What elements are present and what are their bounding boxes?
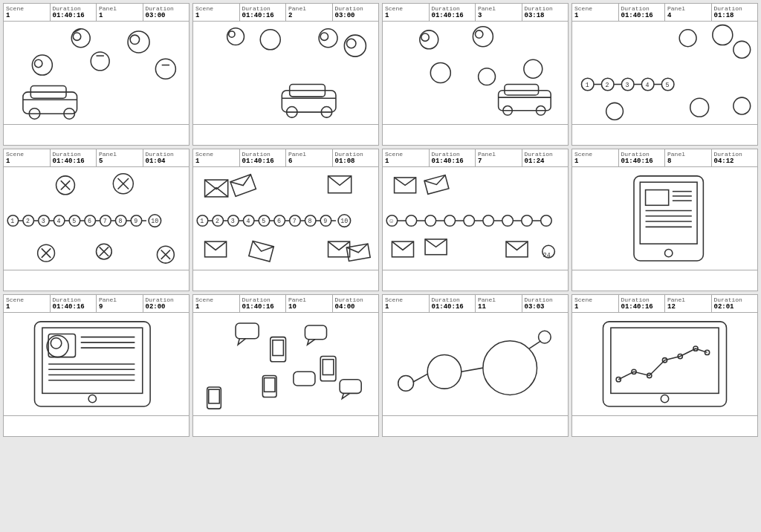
scene-value: 1 — [195, 12, 237, 19]
scene-duration-label: Duration — [242, 151, 284, 158]
scene-cell: Scene 1 — [4, 295, 51, 312]
scene-duration-value: 01:40:16 — [53, 158, 94, 165]
panel-number-value: 4 — [667, 12, 709, 19]
svg-text:8: 8 — [119, 218, 123, 224]
svg-rect-169 — [646, 189, 669, 205]
scene-duration-cell: Duration 01:40:16 — [619, 295, 666, 312]
panel-header-1: Scene 1 Duration 01:40:16 Panel 1 Durati… — [4, 4, 189, 22]
scene-duration-label: Duration — [621, 151, 663, 158]
panel-card-6[interactable]: Scene 1 Duration 01:40:16 Panel 6 Durati… — [192, 149, 379, 291]
panel-duration-label: Duration — [525, 5, 566, 12]
scene-duration-value: 01:40:16 — [432, 12, 473, 19]
panel-duration-cell: Duration 03:18 — [522, 4, 569, 21]
panel-header-2: Scene 1 Duration 01:40:16 Panel 2 Durati… — [193, 4, 378, 22]
panel-duration-value: 01:24 — [525, 158, 566, 165]
scene-label: Scene — [385, 5, 427, 12]
panel-notes-10[interactable] — [193, 415, 378, 436]
panel-duration-cell: Duration 01:24 — [522, 149, 569, 166]
panel-notes-11[interactable] — [383, 415, 568, 436]
panel-duration-label: Duration — [335, 296, 377, 303]
panel-card-4[interactable]: Scene 1 Duration 01:40:16 Panel 4 Durati… — [571, 3, 758, 146]
svg-text:3: 3 — [626, 82, 629, 88]
svg-point-20 — [320, 33, 328, 40]
panel-notes-8[interactable] — [572, 270, 757, 291]
svg-text:10: 10 — [151, 218, 158, 224]
scene-label: Scene — [195, 296, 237, 303]
svg-point-40 — [679, 30, 696, 47]
panel-card-5[interactable]: Scene 1 Duration 01:40:16 Panel 5 Durati… — [3, 149, 190, 291]
panel-duration-value: 03:00 — [146, 12, 187, 19]
scene-duration-cell: Duration 01:40:16 — [619, 4, 666, 21]
scene-duration-value: 01:40:16 — [432, 303, 473, 311]
panel-drawing-12 — [572, 313, 757, 415]
panel-card-12[interactable]: Scene 1 Duration 01:40:16 Panel 12 Durat… — [571, 294, 758, 437]
panel-duration-value: 03:03 — [525, 303, 566, 311]
panel-notes-7[interactable] — [383, 270, 568, 291]
panel-cell: Panel 2 — [286, 4, 333, 21]
svg-point-1 — [73, 33, 80, 40]
svg-point-59 — [734, 97, 751, 114]
panel-duration-value: 02:00 — [146, 303, 187, 311]
panel-label: Panel — [99, 296, 140, 303]
panel-label: Panel — [667, 5, 709, 12]
panel-number-value: 3 — [478, 12, 519, 19]
scene-duration-value: 01:40:16 — [621, 12, 663, 19]
svg-point-151 — [444, 215, 456, 227]
svg-point-6 — [35, 59, 42, 67]
scene-duration-value: 01:40:16 — [242, 303, 284, 311]
panel-notes-5[interactable] — [4, 270, 189, 291]
panel-number-value: 10 — [288, 303, 330, 311]
panel-card-11[interactable]: Scene 1 Duration 01:40:16 Panel 11 Durat… — [382, 294, 569, 437]
panel-duration-cell: Duration 04:12 — [712, 149, 758, 166]
panel-duration-cell: Duration 04:00 — [333, 295, 379, 312]
panel-header-6: Scene 1 Duration 01:40:16 Panel 6 Durati… — [193, 149, 378, 167]
panel-duration-value: 03:18 — [525, 12, 566, 19]
scene-value: 1 — [195, 303, 237, 311]
panel-notes-12[interactable] — [572, 415, 757, 436]
svg-text:9: 9 — [323, 218, 327, 224]
panel-cell: Panel 11 — [476, 295, 522, 312]
scene-duration-cell: Duration 01:40:16 — [619, 149, 666, 166]
svg-text:3: 3 — [231, 218, 235, 224]
panel-card-10[interactable]: Scene 1 Duration 01:40:16 Panel 10 Durat… — [192, 294, 379, 437]
svg-rect-35 — [499, 91, 551, 111]
scene-duration-value: 01:40:16 — [53, 303, 94, 311]
scene-label: Scene — [385, 296, 427, 303]
panel-number-value: 5 — [99, 158, 140, 165]
scene-label: Scene — [574, 151, 616, 158]
panel-notes-6[interactable] — [193, 270, 378, 291]
panel-label: Panel — [478, 296, 519, 303]
panel-card-1[interactable]: Scene 1 Duration 01:40:16 Panel 1 Durati… — [3, 3, 190, 146]
svg-text:4: 4 — [247, 218, 250, 224]
panel-header-11: Scene 1 Duration 01:40:16 Panel 11 Durat… — [383, 295, 568, 313]
scene-label: Scene — [195, 5, 237, 12]
panel-card-7[interactable]: Scene 1 Duration 01:40:16 Panel 7 Durati… — [382, 149, 569, 291]
svg-text:2: 2 — [26, 218, 30, 224]
panel-duration-value: 01:04 — [146, 158, 187, 165]
panel-notes-1[interactable] — [4, 124, 189, 145]
panel-duration-label: Duration — [714, 5, 756, 12]
panel-number-value: 7 — [478, 158, 519, 165]
storyboard-grid: Scene 1 Duration 01:40:16 Panel 1 Durati… — [3, 3, 758, 437]
panel-card-2[interactable]: Scene 1 Duration 01:40:16 Panel 2 Durati… — [192, 3, 379, 146]
svg-point-33 — [479, 68, 496, 85]
panel-notes-9[interactable] — [4, 415, 189, 436]
panel-notes-2[interactable] — [193, 124, 378, 145]
scene-cell: Scene 1 — [572, 149, 619, 166]
panel-header-9: Scene 1 Duration 01:40:16 Panel 9 Durati… — [4, 295, 189, 313]
scene-cell: Scene 1 — [383, 4, 430, 21]
svg-point-203 — [483, 341, 537, 395]
svg-rect-198 — [264, 377, 275, 392]
panel-duration-label: Duration — [525, 151, 566, 158]
panel-card-9[interactable]: Scene 1 Duration 01:40:16 Panel 9 Durati… — [3, 294, 190, 437]
panel-card-8[interactable]: Scene 1 Duration 01:40:16 Panel 8 Durati… — [571, 149, 758, 291]
panel-drawing-7: ☺ — [383, 167, 568, 270]
svg-point-149 — [425, 215, 436, 227]
panel-notes-3[interactable] — [383, 124, 568, 145]
svg-text:4: 4 — [646, 82, 650, 88]
scene-duration-value: 01:40:16 — [432, 158, 473, 165]
svg-text:1: 1 — [200, 218, 204, 224]
panel-card-3[interactable]: Scene 1 Duration 01:40:16 Panel 3 Durati… — [382, 3, 569, 146]
panel-notes-4[interactable] — [572, 124, 757, 145]
scene-duration-cell: Duration 01:40:16 — [240, 149, 287, 166]
